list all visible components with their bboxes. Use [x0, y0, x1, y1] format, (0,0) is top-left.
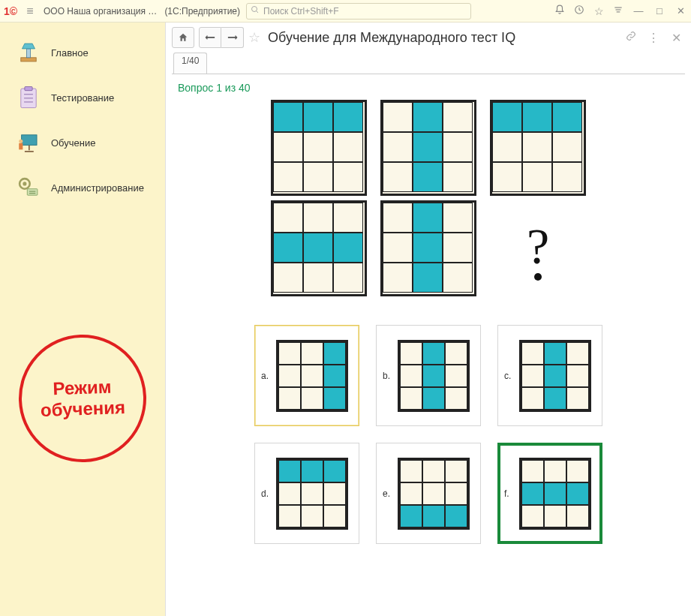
svg-point-16 [19, 140, 23, 143]
svg-line-1 [257, 11, 259, 14]
matrix-cell [400, 482, 422, 505]
answer-label: d. [261, 488, 272, 499]
tab-bar: 1/40 [166, 53, 691, 74]
matrix-cell [544, 460, 566, 482]
back-button[interactable]: 🠔 [199, 27, 221, 48]
svg-point-19 [23, 182, 26, 185]
svg-rect-17 [19, 143, 23, 150]
matrix-cell [445, 460, 467, 482]
matrix [519, 458, 591, 530]
tab-progress[interactable]: 1/40 [173, 53, 207, 74]
matrix-cell [544, 505, 566, 527]
matrix-cell [552, 162, 582, 192]
svg-rect-20 [27, 189, 38, 196]
matrix-cell [544, 387, 566, 410]
matrix-cell [521, 505, 544, 527]
toolbar: 🠔 🠖 ☆ Обучение для Международного тест I… [166, 23, 691, 53]
matrix-cell [445, 342, 467, 365]
matrix-cell [445, 482, 467, 505]
matrix-cell [303, 162, 333, 192]
matrix-cell [413, 162, 443, 192]
matrix-cell [413, 233, 443, 263]
matrix [271, 200, 367, 296]
matrix [398, 458, 470, 530]
matrix-cell [492, 102, 522, 132]
matrix-cell [521, 482, 544, 505]
matrix-cell [301, 342, 323, 365]
matrix-cell [383, 162, 413, 192]
menu-icon[interactable]: ≡ [21, 5, 39, 18]
matrix-cell [521, 460, 544, 482]
matrix-cell [278, 482, 301, 505]
minimize-button[interactable]: — [628, 5, 649, 17]
answer-option[interactable]: d. [254, 443, 359, 544]
sidebar-item-admin[interactable]: Администрирование [0, 165, 165, 210]
settings-lines-icon[interactable] [608, 5, 628, 17]
answer-label: a. [261, 371, 272, 381]
maximize-button[interactable]: □ [649, 5, 670, 17]
answer-option[interactable]: f. [497, 443, 602, 544]
matrix-cell [301, 387, 323, 410]
matrix-cell [273, 102, 303, 132]
svg-rect-6 [21, 58, 36, 62]
window-title: ООО Наша организация … (1С:Предприятие) [39, 6, 240, 17]
matrix-cell [333, 132, 363, 162]
history-icon[interactable] [569, 5, 589, 17]
answer-option[interactable]: a. [254, 325, 359, 426]
bell-icon[interactable] [550, 5, 569, 17]
matrix-cell [303, 132, 333, 162]
logo-1c: 1© [0, 5, 21, 17]
matrix-cell [273, 132, 303, 162]
matrix-cell [443, 233, 473, 263]
svg-rect-13 [22, 135, 37, 146]
matrix-cell [400, 460, 422, 482]
matrix-cell [544, 365, 566, 387]
sidebar-item-label: Обучение [51, 137, 95, 149]
matrix-cell [552, 102, 582, 132]
matrix-cell [443, 132, 473, 162]
star-icon[interactable]: ☆ [589, 5, 608, 17]
home-button[interactable] [172, 27, 194, 48]
matrix-cell [400, 505, 422, 527]
matrix-cell [333, 102, 363, 132]
more-icon[interactable]: ⋮ [644, 31, 662, 45]
matrix [519, 340, 591, 412]
matrix-cell [323, 387, 346, 410]
svg-rect-7 [26, 49, 30, 58]
sidebar-item-training[interactable]: Обучение [0, 120, 165, 165]
matrix-cell [303, 263, 333, 293]
matrix-cell [278, 460, 301, 482]
link-icon[interactable] [622, 31, 640, 44]
titlebar: 1© ≡ ООО Наша организация … (1С:Предприя… [0, 0, 691, 23]
matrix-cell [301, 482, 323, 505]
answer-option[interactable]: c. [497, 325, 602, 426]
matrix-cell [303, 233, 333, 263]
matrix-cell [521, 387, 544, 410]
svg-point-0 [252, 7, 257, 12]
close-window-button[interactable]: ✕ [670, 5, 691, 17]
matrix-cell [303, 102, 333, 132]
matrix-cell [566, 482, 589, 505]
search-input[interactable]: Поиск Ctrl+Shift+F [246, 3, 471, 20]
answer-option[interactable]: e. [376, 443, 481, 544]
page-title: Обучение для Международного тест IQ [268, 30, 515, 46]
matrix-cell [566, 460, 589, 482]
answer-option[interactable]: b. [376, 325, 481, 426]
matrix-cell [422, 365, 445, 387]
matrix-cell [323, 342, 346, 365]
search-icon [247, 5, 263, 17]
matrix-cell [422, 342, 445, 365]
close-tab-button[interactable]: ✕ [667, 31, 685, 45]
matrix-cell [445, 365, 467, 387]
matrix-cell [445, 387, 467, 410]
answers-area: a.b.c.d.e.f. [233, 325, 623, 544]
matrix-cell [323, 505, 346, 527]
tab-label: 1/40 [182, 56, 199, 66]
matrix-cell [278, 365, 301, 387]
matrix [276, 458, 348, 530]
favorite-star-icon[interactable]: ☆ [248, 29, 260, 46]
forward-button[interactable]: 🠖 [221, 27, 244, 48]
sidebar-item-testing[interactable]: Тестирование [0, 75, 165, 120]
sidebar: Главное Тестирование Обучение Администри… [0, 23, 165, 616]
sidebar-item-main[interactable]: Главное [0, 30, 165, 75]
